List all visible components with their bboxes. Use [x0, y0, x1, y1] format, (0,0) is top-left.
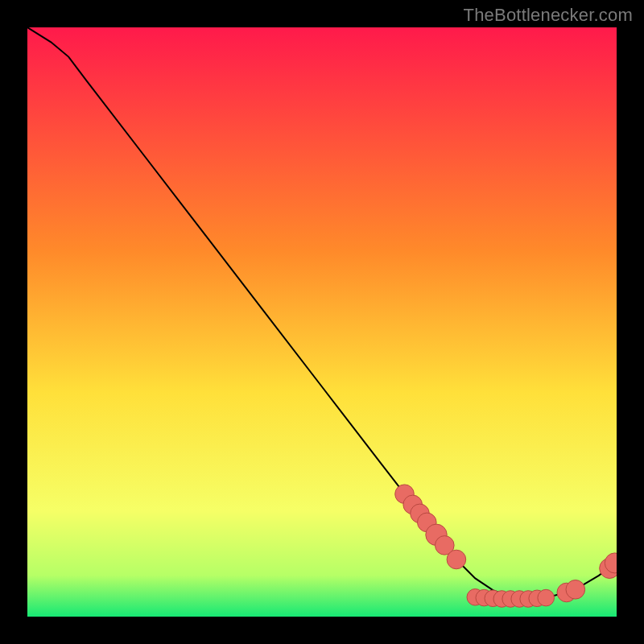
chart-svg — [27, 27, 617, 617]
plot-area — [27, 27, 617, 617]
watermark-text: TheBottlenecker.com — [464, 5, 633, 26]
data-marker — [447, 550, 466, 569]
data-marker — [566, 580, 585, 600]
data-marker — [538, 589, 555, 606]
chart-frame: TheBottlenecker.com — [0, 0, 644, 644]
gradient-background — [27, 27, 617, 617]
